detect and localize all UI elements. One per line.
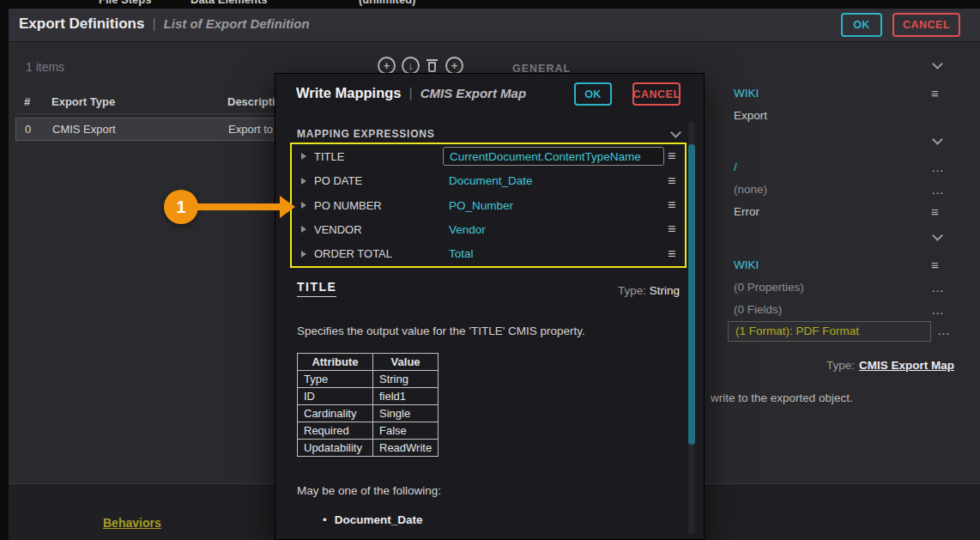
list-item: •Document_Date xyxy=(323,513,423,526)
expander-icon[interactable] xyxy=(301,178,306,185)
annotation-arrowhead-icon xyxy=(280,196,295,218)
property-row[interactable]: (0 Fields) … xyxy=(734,301,959,319)
top-clipped-bar: File Steps Data Elements (unlimited) xyxy=(9,0,980,9)
menu-icon[interactable]: ≡ xyxy=(931,257,939,274)
detail-heading-row: TITLE Type: String xyxy=(297,280,680,297)
attr-table-row: Required False xyxy=(298,422,439,440)
top-bar-value: (unlimited) xyxy=(359,0,415,6)
expander-icon[interactable] xyxy=(301,226,306,233)
attribute-table: Attribute Value Type String ID field1 Ca… xyxy=(297,353,439,457)
menu-icon[interactable]: ≡ xyxy=(668,246,675,262)
mapping-row-po-date[interactable]: PO DATE Document_Date ≡ xyxy=(292,168,685,192)
bullet-icon: • xyxy=(323,513,327,526)
mapping-value[interactable]: Vendor xyxy=(449,223,486,236)
format-property-field[interactable]: (1 Format): PDF Format xyxy=(728,321,931,342)
scrollbar-thumb[interactable] xyxy=(688,144,695,445)
detail-section-title: TITLE xyxy=(297,280,336,297)
value-cell: Single xyxy=(373,405,439,422)
list-intro: May be one of the following: xyxy=(297,484,441,497)
cancel-button[interactable]: CANCEL xyxy=(892,13,960,37)
move-down-button[interactable]: ↓ xyxy=(402,57,420,75)
menu-icon[interactable]: ≡ xyxy=(668,197,675,213)
mapping-row-order-total[interactable]: ORDER TOTAL Total ≡ xyxy=(292,242,685,266)
column-header-number[interactable]: # xyxy=(24,95,30,108)
scrollbar[interactable] xyxy=(688,121,695,534)
mapping-label: PO NUMBER xyxy=(314,199,382,212)
menu-icon[interactable]: ≡ xyxy=(668,173,675,189)
property-row[interactable]: (none) … xyxy=(734,181,959,198)
mapping-row-title[interactable]: TITLE CurrentDocument.ContentTypeName ≡ xyxy=(292,144,685,168)
expander-icon[interactable] xyxy=(301,153,306,160)
property-value: (none) xyxy=(734,183,767,196)
dialog-ok-button[interactable]: OK xyxy=(574,82,612,106)
page-title: Export Definitions xyxy=(19,15,144,32)
add-item-button[interactable]: + xyxy=(378,57,396,75)
mapping-row-vendor[interactable]: VENDOR Vendor ≡ xyxy=(292,217,685,241)
ellipsis-button[interactable]: … xyxy=(931,181,944,198)
ellipsis-button[interactable]: … xyxy=(931,159,944,176)
top-bar-item[interactable]: File Steps xyxy=(99,0,151,6)
property-row[interactable]: / … xyxy=(734,159,959,176)
annotation-arrow xyxy=(196,203,281,210)
attr-cell: Updatability xyxy=(298,440,373,457)
menu-icon[interactable]: ≡ xyxy=(931,85,939,102)
mapping-value[interactable]: Total xyxy=(449,247,474,260)
chevron-down-icon[interactable] xyxy=(932,58,943,70)
attr-cell: Type xyxy=(298,371,373,388)
property-value: WIKI xyxy=(734,87,759,100)
row-type-cell: CMIS Export xyxy=(52,118,116,140)
add-button[interactable]: + xyxy=(445,57,463,75)
window-title-row: Export Definitions|List of Export Defini… xyxy=(19,15,310,33)
plus-icon: + xyxy=(451,59,458,72)
chevron-down-icon[interactable] xyxy=(932,134,943,145)
behaviors-link[interactable]: Behaviors xyxy=(103,516,161,530)
value-cell: String xyxy=(373,371,439,388)
property-value: (0 Fields) xyxy=(734,303,782,316)
write-mappings-dialog: Write Mappings|CMIS Export Map OK CANCEL… xyxy=(275,73,705,540)
type-link[interactable]: CMIS Export Map xyxy=(859,359,954,372)
mapping-label: TITLE xyxy=(314,150,344,163)
ok-button[interactable]: OK xyxy=(841,13,882,37)
ellipsis-button[interactable]: … xyxy=(931,279,944,296)
attr-table-header-attribute: Attribute xyxy=(298,354,373,371)
property-row[interactable]: (0 Properties) … xyxy=(734,279,959,296)
menu-icon[interactable]: ≡ xyxy=(668,221,675,237)
dialog-cancel-button[interactable]: CANCEL xyxy=(632,82,681,106)
delete-button[interactable] xyxy=(426,57,439,75)
column-header-export-type[interactable]: Export Type xyxy=(51,95,115,108)
ellipsis-button[interactable]: … xyxy=(931,301,944,319)
value-cell: False xyxy=(373,422,439,440)
chevron-down-icon[interactable] xyxy=(932,230,943,241)
property-row[interactable]: Error ≡ xyxy=(734,203,959,221)
property-row[interactable]: WIKI ≡ xyxy=(734,85,959,102)
menu-icon[interactable]: ≡ xyxy=(931,203,939,221)
property-row[interactable]: Export xyxy=(734,107,959,124)
mapping-label: ORDER TOTAL xyxy=(314,247,392,260)
property-value: Export xyxy=(734,109,767,122)
mapping-row-po-number[interactable]: PO NUMBER PO_Number ≡ xyxy=(292,193,685,217)
expander-icon[interactable] xyxy=(301,251,306,258)
property-row[interactable]: WIKI ≡ xyxy=(734,257,959,274)
panel-note: write to the exported object. xyxy=(711,391,853,404)
ellipsis-button[interactable]: … xyxy=(937,323,950,337)
title-separator: | xyxy=(152,16,155,31)
mapping-label: PO DATE xyxy=(314,174,362,187)
property-value: / xyxy=(734,161,737,173)
top-bar-item[interactable]: Data Elements xyxy=(191,0,268,6)
page-subtitle: List of Export Definition xyxy=(164,16,310,31)
dialog-title-separator: | xyxy=(409,86,413,100)
detail-description: Specifies the output value for the 'TITL… xyxy=(297,325,585,337)
mapping-value-input[interactable]: CurrentDocument.ContentTypeName xyxy=(443,147,664,166)
mapping-expressions-header: MAPPING EXPRESSIONS xyxy=(297,128,435,140)
mapping-value[interactable]: PO_Number xyxy=(449,199,513,212)
list-item-text: Document_Date xyxy=(335,513,423,526)
menu-icon[interactable]: ≡ xyxy=(668,149,675,164)
trash-icon xyxy=(426,59,438,61)
items-count: 1 items xyxy=(26,60,64,74)
value-cell: field1 xyxy=(373,388,439,405)
attr-table-row: Cardinality Single xyxy=(298,405,439,422)
mapping-value[interactable]: Document_Date xyxy=(449,174,533,187)
expander-icon[interactable] xyxy=(301,202,306,209)
attr-table-row: ID field1 xyxy=(298,388,439,405)
chevron-down-icon[interactable] xyxy=(670,127,681,138)
